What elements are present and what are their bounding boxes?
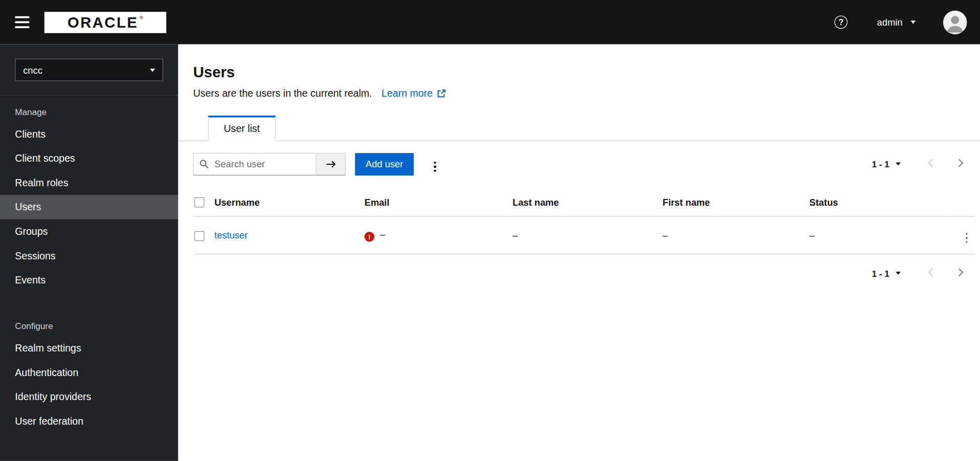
kebab-icon <box>434 162 436 172</box>
row-actions-kebab[interactable] <box>959 223 974 248</box>
chevron-left-icon <box>926 158 936 168</box>
pagination-bottom-row: 1 - 1 <box>178 254 980 292</box>
oracle-logo: ORACLE ® <box>45 12 166 33</box>
page-description: Users are the users in the current realm… <box>193 88 372 99</box>
page-title: Users <box>193 64 965 81</box>
column-header-status: Status <box>809 187 950 216</box>
realm-selector[interactable]: cncc <box>15 59 163 81</box>
page-header: Users Users are the users in the current… <box>178 45 980 99</box>
sidebar-item-events[interactable]: Events <box>0 268 178 293</box>
kebab-icon <box>965 233 967 243</box>
search-submit-button[interactable] <box>316 152 346 175</box>
realm-selector-label: cncc <box>23 64 42 75</box>
external-link-icon <box>437 90 445 98</box>
status-value: – <box>809 216 950 254</box>
arrow-right-icon <box>325 160 336 168</box>
sidebar-item-sessions[interactable]: Sessions <box>0 244 178 268</box>
registered-mark: ® <box>139 15 143 20</box>
chevron-right-icon <box>955 158 965 168</box>
pagination-range: 1 - 1 <box>872 159 889 169</box>
learn-more-label: Learn more <box>381 88 433 99</box>
oracle-logo-text: ORACLE <box>68 15 138 30</box>
email-value: – <box>380 229 385 239</box>
search-icon <box>199 159 208 168</box>
main-content: Users Users are the users in the current… <box>178 45 980 461</box>
hamburger-icon <box>15 16 29 18</box>
sidebar-section-configure: Configure Realm settings Authentication … <box>0 310 178 433</box>
tab-user-list[interactable]: User list <box>208 116 275 141</box>
last-name-value: – <box>513 216 663 254</box>
chevron-down-icon <box>896 272 901 275</box>
table-header-row: Username Email Last name First name Stat… <box>193 187 975 216</box>
users-table: Username Email Last name First name Stat… <box>193 187 975 254</box>
table-row: testuser !– – – – <box>193 216 975 254</box>
toolbar-kebab-menu[interactable] <box>428 151 442 177</box>
search-group <box>193 152 346 175</box>
sidebar-section-title: Manage <box>0 102 178 122</box>
sidebar: cncc Manage Clients Client scopes Realm … <box>0 45 178 461</box>
learn-more-link[interactable]: Learn more <box>381 88 446 99</box>
pagination-menu-toggle[interactable]: 1 - 1 <box>872 268 901 278</box>
pagination-range: 1 - 1 <box>872 268 889 278</box>
select-all-checkbox[interactable] <box>195 197 205 208</box>
toolbar: Add user 1 - 1 <box>178 141 980 187</box>
user-menu-label: admin <box>877 17 903 28</box>
search-input[interactable] <box>193 152 316 175</box>
user-link[interactable]: testuser <box>215 230 248 240</box>
row-checkbox[interactable] <box>195 231 205 241</box>
column-header-username: Username <box>215 187 365 216</box>
pagination-next-button[interactable] <box>955 158 965 170</box>
first-name-value: – <box>663 216 809 254</box>
sidebar-section-manage: Manage Clients Client scopes Realm roles… <box>0 96 178 293</box>
pagination-prev-button[interactable] <box>926 267 936 279</box>
column-header-first-name: First name <box>663 187 809 216</box>
pagination-bottom: 1 - 1 <box>872 267 965 279</box>
person-icon <box>943 10 967 34</box>
chevron-left-icon <box>926 267 936 277</box>
sidebar-item-clients[interactable]: Clients <box>0 122 178 146</box>
pagination-next-button[interactable] <box>955 267 965 279</box>
nav-toggle-button[interactable] <box>15 12 30 32</box>
sidebar-item-client-scopes[interactable]: Client scopes <box>0 146 178 171</box>
avatar[interactable] <box>943 10 967 34</box>
pagination-prev-button[interactable] <box>926 158 936 170</box>
sidebar-item-realm-settings[interactable]: Realm settings <box>0 336 178 361</box>
pagination-menu-toggle[interactable]: 1 - 1 <box>872 159 901 169</box>
realm-selector-container: cncc <box>0 45 178 96</box>
sidebar-item-realm-roles[interactable]: Realm roles <box>0 170 178 195</box>
topbar: ORACLE ® ? admin <box>0 0 980 45</box>
tabs-bar: User list <box>178 116 980 141</box>
email-error-icon: ! <box>365 232 375 242</box>
sidebar-section-title: Configure <box>0 316 178 336</box>
add-user-button[interactable]: Add user <box>355 152 414 175</box>
user-menu[interactable]: admin <box>877 17 916 28</box>
column-header-email: Email <box>365 187 513 216</box>
sidebar-item-authentication[interactable]: Authentication <box>0 360 178 385</box>
sidebar-item-identity-providers[interactable]: Identity providers <box>0 385 178 409</box>
chevron-down-icon <box>150 69 155 72</box>
pagination-top: 1 - 1 <box>872 158 965 170</box>
chevron-down-icon <box>896 162 901 165</box>
help-icon[interactable]: ? <box>835 16 848 29</box>
topbar-actions: ? admin <box>835 10 967 34</box>
chevron-down-icon <box>911 20 916 24</box>
sidebar-item-users[interactable]: Users <box>0 195 178 219</box>
app-root: ORACLE ® ? admin cncc <box>0 0 980 461</box>
sidebar-item-user-federation[interactable]: User federation <box>0 409 178 434</box>
sidebar-item-groups[interactable]: Groups <box>0 219 178 244</box>
chevron-right-icon <box>955 267 965 277</box>
column-header-last-name: Last name <box>513 187 663 216</box>
